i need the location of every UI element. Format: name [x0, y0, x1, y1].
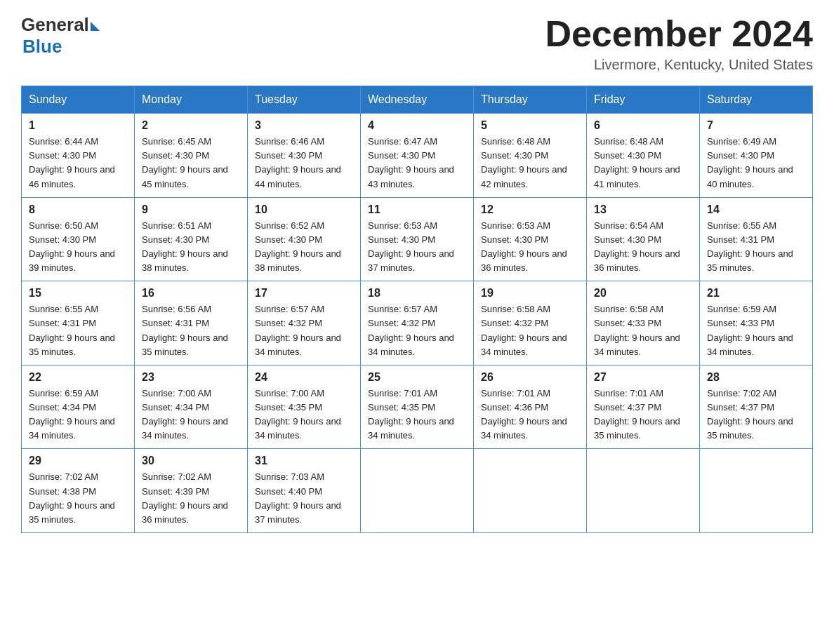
calendar-cell: 1 Sunrise: 6:44 AMSunset: 4:30 PMDayligh…	[22, 114, 135, 198]
calendar-cell: 17 Sunrise: 6:57 AMSunset: 4:32 PMDaylig…	[248, 281, 361, 365]
weekday-header-row: SundayMondayTuesdayWednesdayThursdayFrid…	[22, 86, 813, 114]
calendar-cell: 13 Sunrise: 6:54 AMSunset: 4:30 PMDaylig…	[587, 197, 700, 281]
calendar-cell: 18 Sunrise: 6:57 AMSunset: 4:32 PMDaylig…	[361, 281, 474, 365]
day-number: 20	[594, 287, 692, 300]
calendar-table: SundayMondayTuesdayWednesdayThursdayFrid…	[21, 86, 813, 533]
day-info: Sunrise: 6:56 AMSunset: 4:31 PMDaylight:…	[142, 304, 228, 356]
calendar-week-row: 15 Sunrise: 6:55 AMSunset: 4:31 PMDaylig…	[22, 281, 813, 365]
day-number: 22	[29, 371, 127, 384]
calendar-cell: 24 Sunrise: 7:00 AMSunset: 4:35 PMDaylig…	[248, 365, 361, 449]
weekday-header-sunday: Sunday	[22, 86, 135, 114]
day-info: Sunrise: 6:55 AMSunset: 4:31 PMDaylight:…	[29, 304, 115, 356]
day-info: Sunrise: 6:57 AMSunset: 4:32 PMDaylight:…	[368, 304, 454, 356]
day-number: 3	[255, 119, 353, 132]
day-info: Sunrise: 6:51 AMSunset: 4:30 PMDaylight:…	[142, 220, 228, 273]
calendar-cell: 21 Sunrise: 6:59 AMSunset: 4:33 PMDaylig…	[700, 281, 813, 365]
day-info: Sunrise: 6:48 AMSunset: 4:30 PMDaylight:…	[481, 136, 567, 189]
day-info: Sunrise: 6:47 AMSunset: 4:30 PMDaylight:…	[368, 136, 454, 189]
day-number: 16	[142, 287, 240, 300]
calendar-week-row: 22 Sunrise: 6:59 AMSunset: 4:34 PMDaylig…	[22, 365, 813, 449]
day-info: Sunrise: 6:48 AMSunset: 4:30 PMDaylight:…	[594, 136, 680, 189]
logo-blue-text: Blue	[22, 36, 100, 58]
logo: General Blue	[21, 14, 100, 58]
calendar-week-row: 29 Sunrise: 7:02 AMSunset: 4:38 PMDaylig…	[22, 449, 813, 533]
day-info: Sunrise: 7:00 AMSunset: 4:35 PMDaylight:…	[255, 388, 341, 441]
day-number: 2	[142, 119, 240, 132]
calendar-cell: 31 Sunrise: 7:03 AMSunset: 4:40 PMDaylig…	[248, 449, 361, 533]
day-number: 21	[707, 287, 805, 300]
calendar-cell: 19 Sunrise: 6:58 AMSunset: 4:32 PMDaylig…	[474, 281, 587, 365]
calendar-cell	[587, 449, 700, 533]
day-info: Sunrise: 6:57 AMSunset: 4:32 PMDaylight:…	[255, 304, 341, 356]
day-info: Sunrise: 6:59 AMSunset: 4:33 PMDaylight:…	[707, 304, 793, 356]
day-number: 10	[255, 203, 353, 216]
calendar-cell	[474, 449, 587, 533]
day-number: 9	[142, 203, 240, 216]
weekday-header-thursday: Thursday	[474, 86, 587, 114]
calendar-cell: 4 Sunrise: 6:47 AMSunset: 4:30 PMDayligh…	[361, 114, 474, 198]
weekday-header-friday: Friday	[587, 86, 700, 114]
day-number: 24	[255, 371, 353, 384]
day-info: Sunrise: 7:02 AMSunset: 4:39 PMDaylight:…	[142, 471, 228, 524]
day-number: 31	[255, 455, 353, 467]
day-info: Sunrise: 6:53 AMSunset: 4:30 PMDaylight:…	[368, 220, 454, 273]
weekday-header-wednesday: Wednesday	[361, 86, 474, 114]
calendar-cell: 26 Sunrise: 7:01 AMSunset: 4:36 PMDaylig…	[474, 365, 587, 449]
day-info: Sunrise: 6:45 AMSunset: 4:30 PMDaylight:…	[142, 136, 228, 189]
weekday-header-tuesday: Tuesday	[248, 86, 361, 114]
calendar-cell: 9 Sunrise: 6:51 AMSunset: 4:30 PMDayligh…	[135, 197, 248, 281]
logo-triangle-icon	[91, 22, 100, 31]
calendar-cell: 16 Sunrise: 6:56 AMSunset: 4:31 PMDaylig…	[135, 281, 248, 365]
day-number: 1	[29, 119, 127, 132]
calendar-cell: 15 Sunrise: 6:55 AMSunset: 4:31 PMDaylig…	[22, 281, 135, 365]
calendar-week-row: 8 Sunrise: 6:50 AMSunset: 4:30 PMDayligh…	[22, 197, 813, 281]
calendar-cell: 10 Sunrise: 6:52 AMSunset: 4:30 PMDaylig…	[248, 197, 361, 281]
day-number: 23	[142, 371, 240, 384]
calendar-cell: 3 Sunrise: 6:46 AMSunset: 4:30 PMDayligh…	[248, 114, 361, 198]
calendar-cell: 2 Sunrise: 6:45 AMSunset: 4:30 PMDayligh…	[135, 114, 248, 198]
day-info: Sunrise: 6:53 AMSunset: 4:30 PMDaylight:…	[481, 220, 567, 273]
calendar-cell	[361, 449, 474, 533]
day-number: 5	[481, 119, 579, 132]
day-number: 14	[707, 203, 805, 216]
day-number: 7	[707, 119, 805, 132]
calendar-cell: 14 Sunrise: 6:55 AMSunset: 4:31 PMDaylig…	[700, 197, 813, 281]
calendar-cell: 23 Sunrise: 7:00 AMSunset: 4:34 PMDaylig…	[135, 365, 248, 449]
day-info: Sunrise: 6:50 AMSunset: 4:30 PMDaylight:…	[29, 220, 115, 273]
calendar-cell: 6 Sunrise: 6:48 AMSunset: 4:30 PMDayligh…	[587, 114, 700, 198]
day-number: 11	[368, 203, 466, 216]
day-number: 17	[255, 287, 353, 300]
day-number: 12	[481, 203, 579, 216]
day-info: Sunrise: 6:58 AMSunset: 4:32 PMDaylight:…	[481, 304, 567, 356]
day-number: 6	[594, 119, 692, 132]
day-info: Sunrise: 7:03 AMSunset: 4:40 PMDaylight:…	[255, 471, 341, 524]
calendar-cell: 11 Sunrise: 6:53 AMSunset: 4:30 PMDaylig…	[361, 197, 474, 281]
title-section: December 2024 Livermore, Kentucky, Unite…	[545, 14, 813, 73]
day-info: Sunrise: 6:58 AMSunset: 4:33 PMDaylight:…	[594, 304, 680, 356]
day-number: 25	[368, 371, 466, 384]
day-number: 4	[368, 119, 466, 132]
day-info: Sunrise: 7:01 AMSunset: 4:35 PMDaylight:…	[368, 388, 454, 441]
calendar-cell: 7 Sunrise: 6:49 AMSunset: 4:30 PMDayligh…	[700, 114, 813, 198]
calendar-cell: 29 Sunrise: 7:02 AMSunset: 4:38 PMDaylig…	[22, 449, 135, 533]
day-info: Sunrise: 6:44 AMSunset: 4:30 PMDaylight:…	[29, 136, 115, 189]
calendar-subtitle: Livermore, Kentucky, United States	[545, 57, 813, 73]
logo-general-text: General	[21, 14, 89, 36]
day-info: Sunrise: 6:49 AMSunset: 4:30 PMDaylight:…	[707, 136, 793, 189]
day-number: 15	[29, 287, 127, 300]
day-number: 28	[707, 371, 805, 384]
day-number: 26	[481, 371, 579, 384]
day-number: 19	[481, 287, 579, 300]
calendar-cell: 5 Sunrise: 6:48 AMSunset: 4:30 PMDayligh…	[474, 114, 587, 198]
day-number: 18	[368, 287, 466, 300]
day-info: Sunrise: 6:59 AMSunset: 4:34 PMDaylight:…	[29, 388, 115, 441]
day-info: Sunrise: 6:52 AMSunset: 4:30 PMDaylight:…	[255, 220, 341, 273]
day-number: 29	[29, 455, 127, 467]
calendar-cell: 20 Sunrise: 6:58 AMSunset: 4:33 PMDaylig…	[587, 281, 700, 365]
day-info: Sunrise: 7:00 AMSunset: 4:34 PMDaylight:…	[142, 388, 228, 441]
day-number: 8	[29, 203, 127, 216]
day-info: Sunrise: 7:01 AMSunset: 4:36 PMDaylight:…	[481, 388, 567, 441]
calendar-week-row: 1 Sunrise: 6:44 AMSunset: 4:30 PMDayligh…	[22, 114, 813, 198]
day-info: Sunrise: 6:54 AMSunset: 4:30 PMDaylight:…	[594, 220, 680, 273]
day-info: Sunrise: 6:46 AMSunset: 4:30 PMDaylight:…	[255, 136, 341, 189]
